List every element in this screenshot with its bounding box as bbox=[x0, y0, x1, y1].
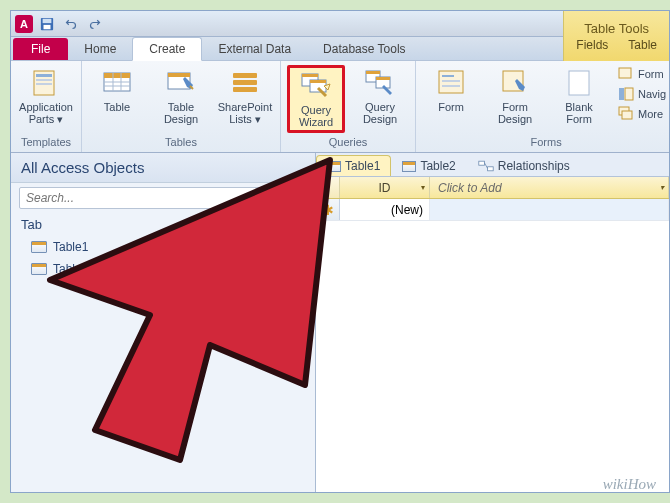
navigation-icon bbox=[618, 86, 634, 102]
svg-rect-17 bbox=[233, 87, 257, 92]
dropdown-icon[interactable]: ▾ bbox=[660, 183, 664, 192]
fields-tab[interactable]: Fields bbox=[576, 38, 608, 52]
table-design-button[interactable]: Table Design bbox=[152, 65, 210, 127]
svg-rect-30 bbox=[442, 85, 460, 87]
ribbon-tabs: File Home Create External Data Database … bbox=[11, 37, 669, 61]
contextual-title: Table Tools bbox=[584, 21, 649, 36]
cell-new[interactable] bbox=[430, 199, 669, 220]
sharepoint-icon bbox=[229, 67, 261, 99]
svg-rect-19 bbox=[302, 74, 318, 77]
save-icon bbox=[40, 17, 54, 31]
form-design-icon bbox=[499, 67, 531, 99]
table-design-icon bbox=[165, 67, 197, 99]
application-parts-label: Application Parts ▾ bbox=[19, 101, 73, 126]
svg-rect-2 bbox=[44, 24, 51, 28]
search-input[interactable] bbox=[19, 187, 307, 209]
database-tools-tab[interactable]: Database Tools bbox=[307, 38, 422, 60]
table-tab[interactable]: Table bbox=[628, 38, 657, 52]
select-all-cell[interactable] bbox=[316, 177, 340, 198]
query-design-label: Query Design bbox=[353, 101, 407, 125]
svg-rect-32 bbox=[569, 71, 589, 95]
app-icon: A bbox=[15, 15, 33, 33]
form-icon bbox=[435, 67, 467, 99]
form-wizard-icon bbox=[618, 66, 634, 82]
table-icon bbox=[31, 241, 47, 253]
relationships-icon bbox=[478, 160, 494, 172]
svg-rect-8 bbox=[104, 73, 130, 78]
table-design-label: Table Design bbox=[154, 101, 208, 125]
svg-rect-28 bbox=[442, 75, 454, 77]
sharepoint-label: SharePoint Lists ▾ bbox=[218, 101, 272, 126]
file-tab[interactable]: File bbox=[13, 38, 68, 60]
svg-rect-26 bbox=[376, 77, 390, 80]
nav-group-tables[interactable]: Tab bbox=[11, 213, 315, 236]
table-icon bbox=[101, 67, 133, 99]
sharepoint-lists-button[interactable]: SharePoint Lists ▾ bbox=[216, 65, 274, 128]
dropdown-icon[interactable]: ▾ bbox=[421, 183, 425, 192]
svg-rect-15 bbox=[233, 73, 257, 78]
blank-form-label: Blank Form bbox=[552, 101, 606, 125]
query-wizard-button[interactable]: Query Wizard bbox=[287, 65, 345, 133]
table-row[interactable]: ✱ (New) bbox=[316, 199, 669, 221]
nav-item-table1[interactable]: Table1 bbox=[11, 236, 315, 258]
doc-tab-table2[interactable]: Table2 bbox=[391, 155, 466, 176]
table-button-label: Table bbox=[104, 101, 130, 113]
doc-tab-table1[interactable]: Table1 bbox=[316, 155, 391, 176]
queries-group-label: Queries bbox=[287, 134, 409, 150]
column-header-id[interactable]: ID▾ bbox=[340, 177, 430, 198]
blank-form-icon bbox=[563, 67, 595, 99]
query-wizard-label: Query Wizard bbox=[292, 104, 340, 128]
table-button[interactable]: Table bbox=[88, 65, 146, 115]
column-header-add[interactable]: Click to Add▾ bbox=[430, 177, 669, 198]
more-forms-icon bbox=[618, 106, 634, 122]
redo-icon bbox=[89, 18, 101, 30]
datasheet-header: ID▾ Click to Add▾ bbox=[316, 177, 669, 199]
svg-rect-24 bbox=[366, 71, 380, 74]
query-design-button[interactable]: Query Design bbox=[351, 65, 409, 127]
undo-button[interactable] bbox=[61, 14, 81, 34]
nav-pane-header[interactable]: All Access Objects bbox=[11, 153, 315, 183]
svg-rect-37 bbox=[622, 111, 632, 119]
contextual-tab-group: Table Tools Fields Table bbox=[563, 11, 669, 61]
svg-rect-1 bbox=[43, 18, 52, 22]
blank-form-button[interactable]: Blank Form bbox=[550, 65, 608, 127]
svg-rect-29 bbox=[442, 80, 460, 82]
templates-group: Application Parts ▾ Templates bbox=[11, 61, 82, 152]
tables-group-label: Tables bbox=[88, 134, 274, 150]
doc-tab-relationships[interactable]: Relationships bbox=[467, 155, 581, 176]
query-design-icon bbox=[364, 67, 396, 99]
more-forms-button[interactable]: More bbox=[614, 105, 670, 123]
navigation-button[interactable]: Navig bbox=[614, 85, 670, 103]
svg-rect-6 bbox=[36, 83, 52, 85]
new-row-indicator: ✱ bbox=[316, 199, 340, 220]
undo-icon bbox=[65, 18, 77, 30]
svg-rect-16 bbox=[233, 80, 257, 85]
ribbon: Application Parts ▾ Templates Table Tabl… bbox=[11, 61, 669, 153]
home-tab[interactable]: Home bbox=[68, 38, 132, 60]
document-area: Table1 Table2 Relationships ID▾ Click to… bbox=[316, 153, 669, 492]
svg-rect-21 bbox=[310, 80, 326, 83]
redo-button[interactable] bbox=[85, 14, 105, 34]
save-button[interactable] bbox=[37, 14, 57, 34]
table-icon bbox=[327, 161, 341, 172]
svg-rect-4 bbox=[36, 74, 52, 77]
svg-rect-34 bbox=[619, 88, 624, 100]
external-data-tab[interactable]: External Data bbox=[202, 38, 307, 60]
forms-group: Form Form Design Blank Form Form Navig M… bbox=[416, 61, 670, 152]
form-button-label: Form bbox=[438, 101, 464, 113]
nav-item-table2[interactable]: Tabl bbox=[11, 258, 315, 280]
form-button[interactable]: Form bbox=[422, 65, 480, 115]
create-tab[interactable]: Create bbox=[132, 37, 202, 61]
cell-id[interactable]: (New) bbox=[340, 199, 430, 220]
form-design-button[interactable]: Form Design bbox=[486, 65, 544, 127]
svg-rect-14 bbox=[168, 73, 190, 77]
application-parts-icon bbox=[30, 67, 62, 99]
table-icon bbox=[402, 161, 416, 172]
svg-rect-35 bbox=[625, 88, 633, 100]
svg-rect-5 bbox=[36, 79, 52, 81]
form-wizard-button[interactable]: Form bbox=[614, 65, 670, 83]
tables-group: Table Table Design SharePoint Lists ▾ Ta… bbox=[82, 61, 281, 152]
application-parts-button[interactable]: Application Parts ▾ bbox=[17, 65, 75, 128]
table-icon bbox=[31, 263, 47, 275]
forms-group-label: Forms bbox=[422, 134, 670, 150]
